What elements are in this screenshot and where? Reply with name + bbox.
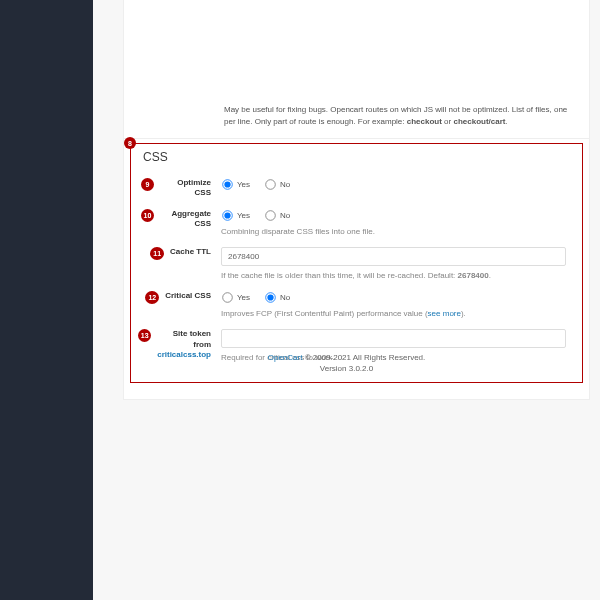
field-label: Critical CSS xyxy=(165,291,211,301)
field-badge: 9 xyxy=(141,178,154,191)
field-label: Optimize CSS xyxy=(160,178,211,199)
aggregate-no[interactable]: No xyxy=(264,209,290,222)
help-intro: May be useful for fixing bugs. Opencart … xyxy=(124,0,589,134)
optimize-yes-radio[interactable] xyxy=(222,179,232,189)
cache-ttl-input[interactable] xyxy=(221,247,566,266)
section-title: CSS xyxy=(141,144,572,172)
aggregate-no-radio[interactable] xyxy=(265,210,275,220)
field-badge: 10 xyxy=(141,209,154,222)
site-token-input[interactable] xyxy=(221,329,566,348)
optimize-no-radio[interactable] xyxy=(265,179,275,189)
field-badge: 12 xyxy=(145,291,159,304)
critical-no[interactable]: No xyxy=(264,291,290,304)
opencart-link[interactable]: OpenCart xyxy=(268,353,303,362)
field-label: Cache TTL xyxy=(170,247,211,257)
row-cache-ttl: 11 Cache TTL If the cache file is older … xyxy=(141,241,572,285)
row-aggregate-css: 10 Aggregate CSS Yes No Combining dispar… xyxy=(141,203,572,241)
row-critical-css: 12 Critical CSS Yes No Improves FCP (Fir… xyxy=(141,285,572,323)
cache-help: If the cache file is older than this tim… xyxy=(221,270,566,281)
field-badge: 11 xyxy=(150,247,164,260)
footer: OpenCart © 2009-2021 All Rights Reserved… xyxy=(93,352,600,374)
field-label: Aggregate CSS xyxy=(160,209,211,230)
section-badge: 8 xyxy=(124,137,136,149)
version-text: Version 3.0.2.0 xyxy=(93,363,600,374)
css-section: 8 CSS 9 Optimize CSS Yes No xyxy=(130,143,583,383)
critical-no-radio[interactable] xyxy=(265,292,275,302)
aggregate-help: Combining disparate CSS files into one f… xyxy=(221,226,566,237)
optimize-yes[interactable]: Yes xyxy=(221,178,250,191)
critical-help: Improves FCP (First Contentful Paint) pe… xyxy=(221,308,566,319)
settings-panel: May be useful for fixing bugs. Opencart … xyxy=(123,0,590,400)
aggregate-yes-radio[interactable] xyxy=(222,210,232,220)
field-badge: 13 xyxy=(138,329,151,342)
see-more-link[interactable]: see more xyxy=(428,309,461,318)
admin-sidebar xyxy=(0,0,93,600)
critical-yes[interactable]: Yes xyxy=(221,291,250,304)
main-content: May be useful for fixing bugs. Opencart … xyxy=(93,0,600,600)
divider xyxy=(124,138,589,139)
row-optimize-css: 9 Optimize CSS Yes No xyxy=(141,172,572,203)
critical-yes-radio[interactable] xyxy=(222,292,232,302)
aggregate-yes[interactable]: Yes xyxy=(221,209,250,222)
optimize-no[interactable]: No xyxy=(264,178,290,191)
